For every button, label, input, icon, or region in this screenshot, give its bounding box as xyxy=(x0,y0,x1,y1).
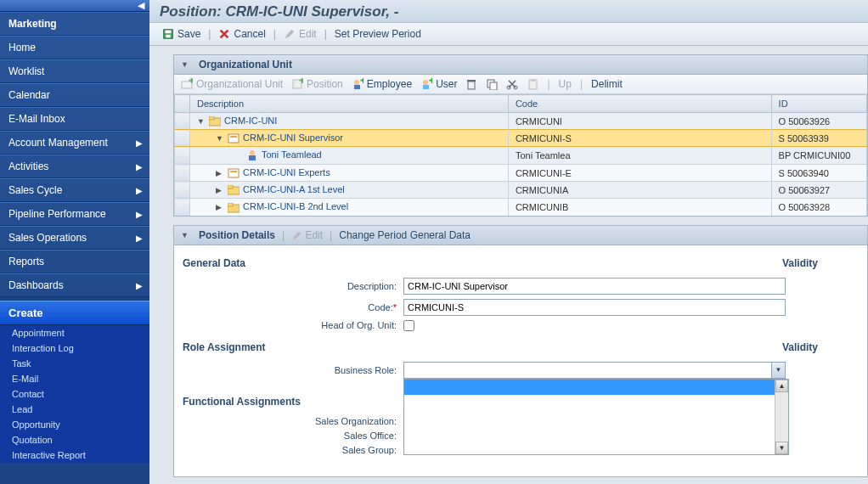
create-appointment[interactable]: Appointment xyxy=(0,325,149,340)
delimit-button[interactable]: Delimit xyxy=(591,78,623,90)
head-of-org-checkbox[interactable] xyxy=(403,320,414,331)
row-description[interactable]: CRM-IC-UNI Supervisor xyxy=(243,132,343,143)
org-unit-panel-header[interactable]: ▼ Organizational Unit xyxy=(174,55,867,75)
table-row[interactable]: ▶CRM-IC-UNI-B 2nd LevelCRMICUNIBO 500639… xyxy=(175,199,867,216)
sidebar-collapse[interactable]: ◀ xyxy=(0,0,149,12)
label-code: Code:* xyxy=(183,302,403,312)
create-quotation[interactable]: Quotation xyxy=(0,432,149,447)
sidebar-item-sales-operations[interactable]: Sales Operations▶ xyxy=(0,226,149,250)
table-row[interactable]: ▼CRM-IC-UNI SupervisorCRMICUNI-SS 500639… xyxy=(175,130,867,147)
svg-rect-20 xyxy=(531,79,535,82)
position-icon: ✚ xyxy=(291,78,303,90)
business-role-select[interactable]: ▼ xyxy=(403,362,786,379)
svg-rect-1 xyxy=(166,31,172,34)
sidebar-item-marketing[interactable]: Marketing xyxy=(0,12,149,36)
pencil-icon xyxy=(291,230,302,241)
row-handle[interactable] xyxy=(175,199,190,216)
row-handle[interactable] xyxy=(175,165,190,182)
set-preview-period-button[interactable]: Set Preview Period xyxy=(332,26,424,42)
svg-rect-27 xyxy=(228,169,239,177)
person-icon xyxy=(246,149,258,161)
expander-icon[interactable]: ▶ xyxy=(216,186,224,194)
label-sales-group: Sales Group: xyxy=(183,445,403,455)
business-role-dropdown[interactable]: ▲ ▼ xyxy=(403,379,789,455)
collapse-icon: ▼ xyxy=(181,60,189,69)
svg-rect-14 xyxy=(467,80,476,82)
sidebar-item-account-management[interactable]: Account Management▶ xyxy=(0,131,149,155)
label-description: Description: xyxy=(183,281,403,291)
chevron-left-icon: ◀ xyxy=(138,0,144,11)
up-button: Up xyxy=(559,78,572,90)
row-code: CRMICUNI-S xyxy=(508,130,771,147)
sidebar-item-calendar[interactable]: Calendar xyxy=(0,83,149,107)
row-description[interactable]: CRM-IC-UNI-B 2nd Level xyxy=(243,201,348,211)
row-handle[interactable] xyxy=(175,182,190,199)
code-field[interactable] xyxy=(403,299,786,316)
sidebar-item-dashboards[interactable]: Dashboards▶ xyxy=(0,273,149,297)
row-code: CRMICUNI-E xyxy=(508,165,771,182)
save-button[interactable]: Save xyxy=(160,26,203,42)
section-validity-2: Validity xyxy=(782,341,859,353)
sidebar-item-activities[interactable]: Activities▶ xyxy=(0,155,149,178)
paste-icon xyxy=(527,78,538,90)
col-code[interactable]: Code xyxy=(508,95,771,113)
sidebar-item-reports[interactable]: Reports xyxy=(0,250,149,273)
cancel-button[interactable]: Cancel xyxy=(216,26,268,42)
sidebar-item-worklist[interactable]: Worklist xyxy=(0,59,149,83)
employee-icon: ✚ xyxy=(352,78,364,90)
new-employee-button[interactable]: ✚ Employee xyxy=(352,78,412,90)
new-org-unit-button: ✚ Organizational Unit xyxy=(181,78,283,90)
svg-rect-8 xyxy=(354,85,360,89)
description-field[interactable] xyxy=(403,278,786,295)
table-row[interactable]: ▶CRM-IC-UNI-A 1st LevelCRMICUNIAO 500639… xyxy=(175,182,867,199)
row-description[interactable]: CRM-IC-UNI xyxy=(224,115,277,126)
delete-button[interactable] xyxy=(465,78,477,90)
position-icon xyxy=(228,132,240,144)
col-id[interactable]: ID xyxy=(771,95,866,113)
folder-icon xyxy=(228,201,240,212)
table-row[interactable]: ▼CRM-IC-UNICRMICUNIO 50063926 xyxy=(175,113,867,130)
copy-icon xyxy=(486,78,498,90)
expander-icon[interactable]: ▶ xyxy=(216,203,224,211)
create-interaction-log[interactable]: Interaction Log xyxy=(0,340,149,356)
create-interactive-report[interactable]: Interactive Report xyxy=(0,447,149,463)
scroll-up-icon[interactable]: ▲ xyxy=(775,380,788,392)
row-description[interactable]: CRM-IC-UNI Experts xyxy=(243,167,330,177)
expander-icon[interactable]: ▼ xyxy=(216,134,224,143)
new-user-button[interactable]: ✚ User xyxy=(420,78,457,90)
expander-icon[interactable]: ▶ xyxy=(216,169,224,177)
chevron-down-icon: ▼ xyxy=(771,363,785,378)
new-position-button: ✚ Position xyxy=(291,78,343,90)
table-row[interactable]: ▶CRM-IC-UNI ExpertsCRMICUNI-ES 50063940 xyxy=(175,165,867,182)
scroll-down-icon[interactable]: ▼ xyxy=(775,442,788,454)
chevron-right-icon: ▶ xyxy=(136,234,143,243)
chevron-right-icon: ▶ xyxy=(136,281,143,290)
create-opportunity[interactable]: Opportunity xyxy=(0,417,149,432)
main: Position: CRM-IC-UNI Supervisor, - Save … xyxy=(149,0,868,484)
create-task[interactable]: Task xyxy=(0,356,149,371)
svg-rect-24 xyxy=(230,136,237,138)
dropdown-option-selected[interactable] xyxy=(404,380,775,395)
sidebar-item-home[interactable]: Home xyxy=(0,36,149,59)
sidebar-item-sales-cycle[interactable]: Sales Cycle▶ xyxy=(0,178,149,202)
row-handle[interactable] xyxy=(175,113,190,130)
dropdown-scrollbar[interactable]: ▲ ▼ xyxy=(775,380,788,454)
sidebar-item-e-mail-inbox[interactable]: E-Mail Inbox xyxy=(0,107,149,131)
row-handle[interactable] xyxy=(175,130,190,147)
position-details-header[interactable]: ▼ Position Details | Edit | Change Perio… xyxy=(174,226,867,245)
copy-button[interactable] xyxy=(486,78,498,90)
table-row[interactable]: Toni TeamleadToni TeamleaBP CRMICUNI00 xyxy=(175,147,867,165)
row-description[interactable]: CRM-IC-UNI-A 1st Level xyxy=(243,184,345,194)
row-description[interactable]: Toni Teamlead xyxy=(262,149,322,160)
row-handle[interactable] xyxy=(175,147,190,165)
expander-icon[interactable]: ▼ xyxy=(197,117,206,126)
cut-button[interactable] xyxy=(506,78,518,90)
create-contact[interactable]: Contact xyxy=(0,386,149,402)
create-lead[interactable]: Lead xyxy=(0,402,149,417)
cut-icon xyxy=(506,78,518,90)
col-description[interactable]: Description xyxy=(190,95,509,113)
sidebar-item-pipeline-performance[interactable]: Pipeline Performance▶ xyxy=(0,202,149,226)
create-e-mail[interactable]: E-Mail xyxy=(0,371,149,386)
floppy-icon xyxy=(162,28,174,40)
change-period-button[interactable]: Change Period General Data xyxy=(339,229,471,241)
